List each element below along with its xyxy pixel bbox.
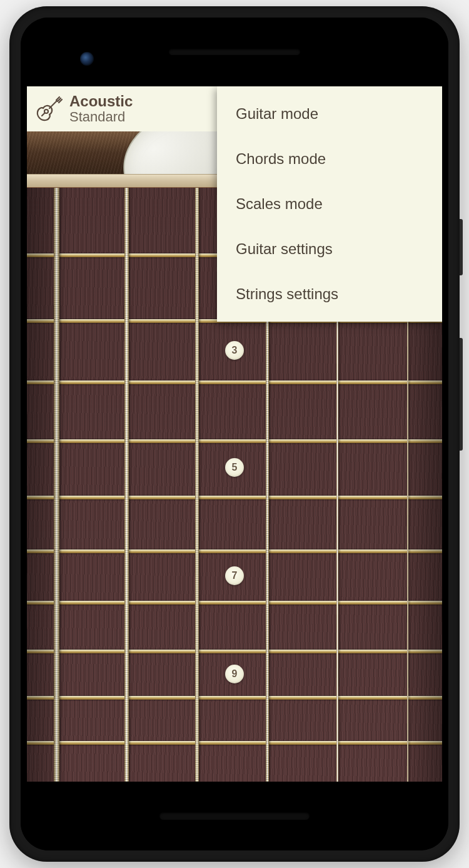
phone-bottom-bezel [21,782,448,850]
front-camera [80,52,94,66]
fret-wire [27,601,442,605]
guitar-app: Acoustic Standard [27,86,442,782]
guitar-icon [34,94,63,123]
menu-item-chords-mode[interactable]: Chords mode [217,136,442,181]
menu-item-strings-settings[interactable]: Strings settings [217,272,442,317]
menu-item-scales-mode[interactable]: Scales mode [217,181,442,227]
menu-item-guitar-mode[interactable]: Guitar mode [217,91,442,136]
fret-marker-3: 3 [225,341,244,360]
fret-wire [27,650,442,653]
fret-wire [27,496,442,499]
menu-item-guitar-settings[interactable]: Guitar settings [217,227,442,272]
fret-wire [27,696,442,700]
string-6[interactable] [54,188,59,782]
string-4[interactable] [195,188,199,782]
fret-wire [27,380,442,384]
power-button[interactable] [460,219,463,275]
mode-menu: Guitar mode Chords mode Scales mode Guit… [217,86,442,322]
fret-wire [27,741,442,745]
fret-marker-9: 9 [225,665,244,683]
bottom-speaker [159,812,310,820]
string-5[interactable] [124,188,129,782]
volume-button[interactable] [460,338,463,451]
phone-frame: Acoustic Standard [9,6,460,862]
app-screen: Acoustic Standard [27,86,442,782]
phone-inner: Acoustic Standard [21,18,448,850]
fret-marker-7: 7 [225,566,244,585]
fret-marker-5: 5 [225,458,244,477]
phone-top-bezel [21,18,448,86]
header-text: Acoustic Standard [69,93,133,125]
fret-wire [27,549,442,553]
ear-speaker [169,49,300,55]
fret-wire [27,439,442,443]
tuning-label: Standard [69,110,133,125]
guitar-type-label: Acoustic [69,93,133,110]
guitar-selector[interactable]: Acoustic Standard [34,93,133,125]
svg-point-0 [44,110,48,113]
